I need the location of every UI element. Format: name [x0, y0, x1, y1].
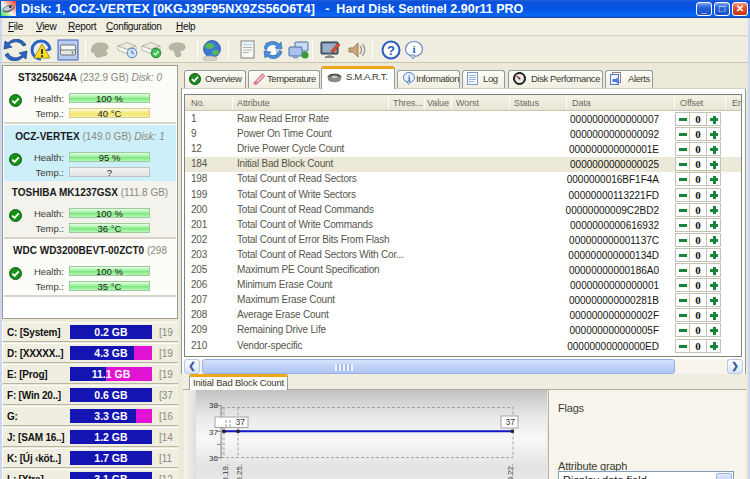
svg-text:37: 37	[506, 417, 516, 427]
svg-text:37: 37	[236, 417, 246, 427]
svg-text:i: i	[412, 43, 415, 55]
svg-text:06.25.: 06.25.	[235, 464, 244, 479]
svg-text:¦ ¦: ¦ ¦	[225, 418, 231, 427]
svg-text:10.22.: 10.22.	[506, 464, 515, 479]
svg-text:?: ?	[387, 43, 395, 58]
svg-text:06.19.: 06.19.	[221, 464, 230, 479]
